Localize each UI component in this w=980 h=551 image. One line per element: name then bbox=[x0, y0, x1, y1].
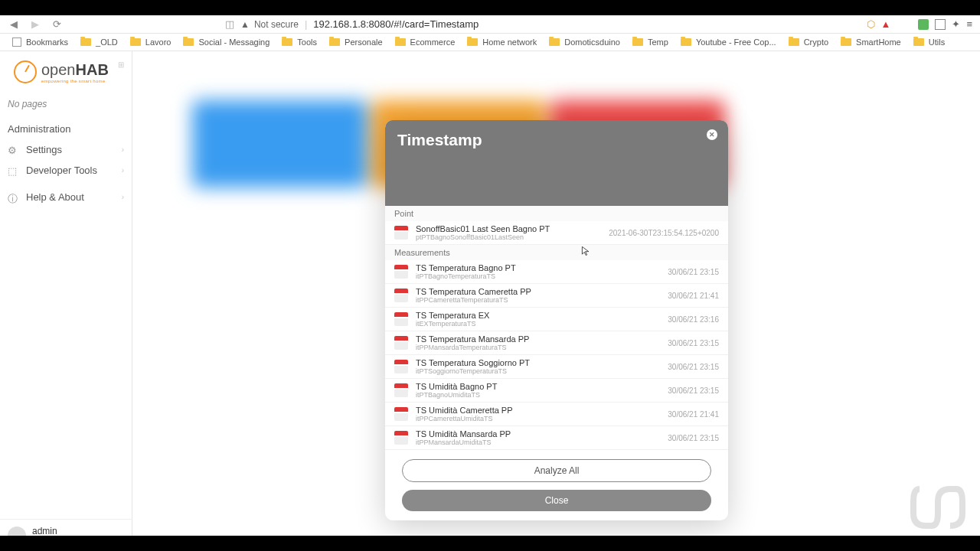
calendar-icon bbox=[394, 360, 408, 373]
calendar-icon bbox=[394, 336, 408, 350]
extension-icon-1[interactable] bbox=[918, 19, 929, 30]
calendar-icon bbox=[394, 312, 408, 326]
measurement-row[interactable]: TS Temperatura Cameretta PPitPPCameretta… bbox=[385, 284, 728, 308]
sidebar: ⊞ openHAB empowering the smart home No p… bbox=[0, 51, 132, 551]
row-subtitle: itPPMansardaTemperaturaTS bbox=[416, 344, 660, 351]
row-title: SonoffBasic01 Last Seen Bagno PT bbox=[416, 224, 601, 233]
row-title: TS Umidità Cameretta PP bbox=[416, 406, 660, 415]
row-subtitle: itEXTemperaturaTS bbox=[416, 320, 660, 328]
security-indicator[interactable]: ▲ Not secure bbox=[240, 19, 299, 30]
nav-label: Developer Tools bbox=[26, 165, 97, 176]
browser-toolbar: ◀ ▶ ⟳ ◫ ▲ Not secure | 192.168.1.8:8080/… bbox=[0, 15, 980, 34]
nav-label: Help & About bbox=[26, 191, 84, 203]
row-subtitle: itPTSoggiornoTemperaturaTS bbox=[416, 367, 660, 375]
chevron-right-icon: › bbox=[122, 193, 124, 201]
bookmark-folder-utils[interactable]: Utils bbox=[909, 36, 949, 48]
close-button[interactable]: ✕ bbox=[707, 129, 717, 140]
content-area: Timestamp ✕ Point SonoffBasic01 Last See… bbox=[132, 51, 980, 551]
point-row[interactable]: SonoffBasic01 Last Seen Bagno PT ptPTBag… bbox=[385, 221, 728, 245]
logo-icon bbox=[14, 60, 37, 83]
calendar-icon bbox=[394, 289, 408, 302]
row-subtitle: itPTBagnoTemperaturaTS bbox=[416, 272, 660, 280]
bookmark-folder-temp[interactable]: Temp bbox=[628, 36, 673, 48]
row-value: 30/06/21 23:16 bbox=[668, 315, 719, 324]
extension-icon-2[interactable] bbox=[935, 19, 946, 30]
row-value: 30/06/21 21:41 bbox=[668, 292, 719, 300]
security-text: Not secure bbox=[254, 19, 299, 30]
window-bottom-bar bbox=[0, 536, 980, 551]
nav-label: Settings bbox=[26, 144, 62, 155]
analyze-all-button[interactable]: Analyze All bbox=[402, 459, 711, 482]
bookmark-folder-ecommerce[interactable]: Ecommerce bbox=[390, 36, 460, 48]
pin-icon[interactable]: ⊞ bbox=[118, 60, 124, 69]
chevron-right-icon: › bbox=[122, 145, 124, 154]
browser-menu-button[interactable]: ≡ bbox=[966, 18, 972, 30]
nav-developer-tools[interactable]: ⬚ Developer Tools › bbox=[0, 160, 132, 181]
bookmarks-bar: Bookmarks _OLD Lavoro Social - Messaging… bbox=[0, 34, 980, 51]
watermark bbox=[903, 478, 972, 536]
row-subtitle: ptPTBagnoSonoffBasic01LastSeen bbox=[416, 233, 601, 241]
bookmark-folder-smarthome[interactable]: SmartHome bbox=[836, 36, 906, 48]
user-name: admin bbox=[32, 526, 111, 536]
row-title: TS Temperatura Soggiorno PT bbox=[416, 358, 660, 367]
nav-settings[interactable]: ⚙ Settings › bbox=[0, 139, 132, 160]
extensions-button[interactable]: ✦ bbox=[952, 18, 960, 30]
calendar-icon bbox=[394, 265, 408, 279]
alert-icon[interactable]: ▲ bbox=[881, 18, 891, 30]
row-title: TS Temperatura Mansarda PP bbox=[416, 334, 660, 344]
bookmark-folder-crypto[interactable]: Crypto bbox=[784, 36, 833, 48]
back-button[interactable]: ◀ bbox=[8, 18, 20, 31]
row-value: 30/06/21 23:15 bbox=[668, 268, 719, 276]
row-subtitle: itPPMansardaUmiditaTS bbox=[416, 439, 660, 446]
dialog-title: Timestamp bbox=[397, 131, 482, 148]
bookmark-folder-homenetwork[interactable]: Home network bbox=[462, 36, 541, 48]
apps-button[interactable]: Bookmarks bbox=[8, 36, 73, 48]
warning-icon: ▲ bbox=[240, 19, 250, 30]
bookmark-star-icon[interactable]: ◫ bbox=[225, 18, 234, 30]
forward-button: ▶ bbox=[29, 18, 41, 31]
measurement-row[interactable]: TS Temperatura Mansarda PPitPPMansardaTe… bbox=[385, 331, 728, 355]
address-bar[interactable]: ◫ ▲ Not secure | 192.168.1.8:8080/#!/car… bbox=[225, 18, 858, 30]
bookmark-folder-youtube[interactable]: Youtube - Free Cop... bbox=[676, 36, 781, 48]
administration-header: Administration bbox=[0, 116, 132, 139]
row-subtitle: itPTBagnoUmiditaTS bbox=[416, 391, 660, 399]
timestamp-dialog: Timestamp ✕ Point SonoffBasic01 Last See… bbox=[385, 120, 728, 520]
bookmark-folder-social[interactable]: Social - Messaging bbox=[178, 36, 274, 48]
row-title: TS Umidità Bagno PT bbox=[416, 382, 660, 391]
window-top-bar bbox=[0, 0, 980, 15]
chevron-right-icon: › bbox=[122, 166, 124, 174]
calendar-icon bbox=[394, 407, 408, 421]
measurement-row[interactable]: TS Umidità Mansarda PPitPPMansardaUmidit… bbox=[385, 426, 728, 450]
point-section-header: Point bbox=[385, 206, 728, 221]
row-value: 30/06/21 23:15 bbox=[668, 386, 719, 395]
row-title: TS Temperatura Cameretta PP bbox=[416, 287, 660, 296]
measurement-row[interactable]: TS Umidità Cameretta PPitPPCamerettaUmid… bbox=[385, 403, 728, 426]
calendar-icon bbox=[394, 383, 408, 397]
measurement-row[interactable]: TS Temperatura Bagno PTitPTBagnoTemperat… bbox=[385, 260, 728, 284]
brave-shield-icon[interactable]: ⬡ bbox=[867, 18, 875, 30]
gear-icon: ⚙ bbox=[8, 145, 18, 155]
row-title: TS Temperatura EX bbox=[416, 311, 660, 320]
logo-tagline: empowering the smart home bbox=[41, 79, 109, 83]
row-value: 30/06/21 23:15 bbox=[668, 434, 719, 442]
nav-help-about[interactable]: ⓘ Help & About › bbox=[0, 187, 132, 207]
bookmark-folder-old[interactable]: _OLD bbox=[76, 36, 122, 48]
measurement-row[interactable]: TS Umidità Bagno PTitPTBagnoUmiditaTS30/… bbox=[385, 379, 728, 403]
no-pages-label: No pages bbox=[0, 93, 132, 116]
calendar-icon bbox=[394, 431, 408, 445]
bookmark-folder-personale[interactable]: Personale bbox=[325, 36, 387, 48]
row-value: 30/06/21 23:15 bbox=[668, 339, 719, 347]
row-title: TS Umidità Mansarda PP bbox=[416, 429, 660, 439]
bookmark-folder-tools[interactable]: Tools bbox=[277, 36, 322, 48]
bookmark-folder-domoticsduino[interactable]: Domoticsduino bbox=[544, 36, 625, 48]
openhab-logo[interactable]: openHAB empowering the smart home bbox=[0, 51, 132, 93]
row-value: 30/06/21 23:15 bbox=[668, 363, 719, 371]
row-subtitle: itPPCamerettaUmiditaTS bbox=[416, 415, 660, 422]
bookmark-folder-lavoro[interactable]: Lavoro bbox=[126, 36, 176, 48]
row-value: 30/06/21 21:41 bbox=[668, 410, 719, 419]
measurement-row[interactable]: TS Temperatura EXitEXTemperaturaTS30/06/… bbox=[385, 308, 728, 331]
close-dialog-button[interactable]: Close bbox=[402, 490, 711, 511]
measurement-row[interactable]: TS Temperatura Soggiorno PTitPTSoggiorno… bbox=[385, 355, 728, 379]
reload-button[interactable]: ⟳ bbox=[51, 18, 63, 31]
row-value: 2021-06-30T23:15:54.125+0200 bbox=[609, 229, 719, 237]
